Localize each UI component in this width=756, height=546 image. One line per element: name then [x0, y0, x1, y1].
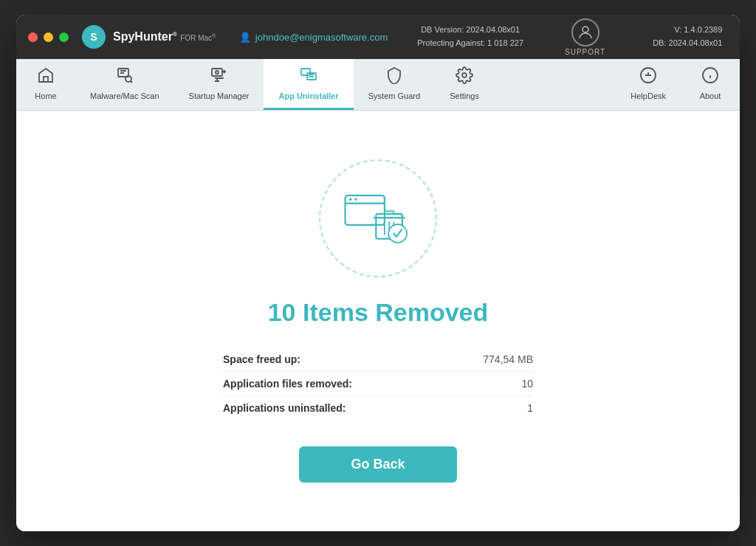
- stat-value-space: 774,54 MB: [483, 353, 533, 365]
- svg-text:S: S: [90, 31, 97, 43]
- nav-malware-scan[interactable]: Malware/Mac Scan: [75, 59, 174, 110]
- svg-rect-9: [212, 69, 222, 76]
- user-email: johndoe@enigmasoftware.com: [255, 32, 388, 43]
- db-date: DB: 2024.04.08x01: [653, 37, 722, 50]
- stat-row-space: Space freed up: 774,54 MB: [223, 348, 533, 372]
- nav-system-guard-label: System Guard: [368, 91, 420, 100]
- svg-point-10: [216, 71, 219, 74]
- titlebar-center: 👤 johndoe@enigmasoftware.com DB Version:…: [233, 18, 728, 56]
- nav-app-uninstaller[interactable]: App Uninstaller: [264, 59, 353, 110]
- nav-right: HelpDesk About: [616, 59, 740, 110]
- svg-rect-3: [44, 77, 48, 82]
- spyhunter-logo-icon: S: [80, 24, 107, 50]
- fullscreen-button[interactable]: [59, 32, 69, 42]
- nav-startup-manager-label: Startup Manager: [189, 91, 250, 100]
- startup-manager-icon: [210, 66, 228, 89]
- stat-row-files: Application files removed: 10: [223, 372, 533, 396]
- svg-point-37: [388, 224, 407, 243]
- titlebar: S SpyHunter® FOR Mac® 👤 johndoe@enigmaso…: [16, 15, 740, 59]
- db-version: 2024.04.08x01: [466, 25, 520, 34]
- helpdesk-icon: [639, 66, 657, 89]
- nav-helpdesk-label: HelpDesk: [630, 91, 666, 100]
- nav-spacer: [494, 59, 616, 110]
- app-uninstaller-icon: [300, 66, 317, 89]
- protecting-label: Protecting Against:: [417, 38, 485, 47]
- logo-area: S SpyHunter® FOR Mac®: [80, 24, 216, 50]
- stats-table: Space freed up: 774,54 MB Application fi…: [223, 348, 533, 420]
- nav-settings-label: Settings: [450, 91, 479, 100]
- uninstall-complete-icon: [341, 189, 415, 248]
- support-label: SUPPORT: [565, 48, 605, 56]
- traffic-lights: [28, 32, 69, 42]
- navbar: Home Malware/Mac Scan: [16, 59, 740, 111]
- nav-startup-manager[interactable]: Startup Manager: [174, 59, 264, 110]
- minimize-button[interactable]: [44, 32, 53, 42]
- user-icon: 👤: [239, 32, 251, 43]
- stat-value-files: 10: [521, 378, 533, 390]
- protecting-count: 1 018 227: [487, 38, 523, 47]
- svg-point-2: [583, 27, 588, 32]
- result-title: 10 Items Removed: [268, 298, 489, 327]
- close-button[interactable]: [28, 32, 38, 42]
- stat-label-files: Application files removed:: [223, 378, 352, 390]
- nav-about[interactable]: About: [681, 59, 740, 110]
- nav-home-label: Home: [35, 91, 56, 100]
- system-guard-icon: [385, 66, 403, 89]
- version-info: V: 1.4.0.2389 DB: 2024.04.08x01: [653, 24, 722, 49]
- svg-point-18: [462, 73, 467, 77]
- main-content: 10 Items Removed Space freed up: 774,54 …: [16, 111, 740, 531]
- go-back-button[interactable]: Go Back: [299, 446, 456, 483]
- svg-line-8: [131, 81, 132, 83]
- stat-label-space: Space freed up:: [223, 353, 300, 365]
- nav-app-uninstaller-label: App Uninstaller: [278, 91, 338, 100]
- db-version-label: DB Version:: [421, 25, 464, 34]
- nav-home[interactable]: Home: [16, 59, 75, 110]
- app-window: S SpyHunter® FOR Mac® 👤 johndoe@enigmaso…: [16, 15, 740, 531]
- malware-scan-icon: [116, 66, 134, 89]
- about-icon: [701, 66, 719, 89]
- svg-rect-14: [301, 69, 310, 75]
- stat-label-apps: Applications uninstalled:: [223, 402, 346, 414]
- db-info: DB Version: 2024.04.08x01 Protecting Aga…: [417, 24, 523, 49]
- logo-text: SpyHunter® FOR Mac®: [113, 31, 216, 43]
- stat-value-apps: 1: [527, 402, 533, 414]
- support-icon: [571, 18, 599, 46]
- nav-malware-scan-label: Malware/Mac Scan: [90, 91, 159, 100]
- stat-row-apps: Applications uninstalled: 1: [223, 396, 533, 420]
- nav-settings[interactable]: Settings: [435, 59, 494, 110]
- nav-helpdesk[interactable]: HelpDesk: [616, 59, 681, 110]
- nav-system-guard[interactable]: System Guard: [354, 59, 435, 110]
- support-area[interactable]: SUPPORT: [565, 18, 605, 56]
- home-icon: [37, 66, 55, 89]
- user-info: 👤 johndoe@enigmasoftware.com: [239, 32, 388, 43]
- nav-about-label: About: [700, 91, 721, 100]
- svg-point-28: [354, 198, 357, 201]
- svg-point-27: [349, 198, 352, 201]
- app-version: V: 1.4.0.2389: [653, 24, 722, 37]
- settings-icon: [456, 66, 473, 89]
- result-icon-circle: [319, 159, 437, 277]
